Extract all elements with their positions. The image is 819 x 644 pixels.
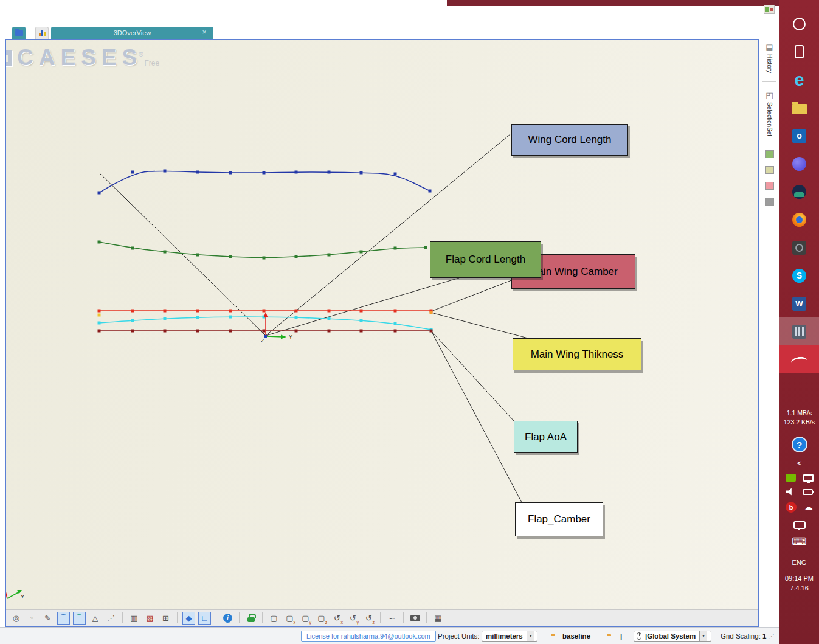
- color-swatch[interactable]: [765, 150, 774, 158]
- view-minus-y-icon[interactable]: ↺-y: [347, 612, 359, 625]
- lock-icon[interactable]: [244, 612, 257, 625]
- sweep-icon[interactable]: ∽: [385, 612, 398, 625]
- flap-line-control-point: [164, 330, 167, 333]
- color-swatch[interactable]: [765, 182, 774, 190]
- info-icon[interactable]: i: [221, 612, 234, 625]
- nvidia-icon[interactable]: [786, 474, 796, 482]
- license-text: License for rahulsharma.94@outlook.com: [306, 632, 430, 640]
- color-swatch[interactable]: [765, 198, 774, 206]
- skype-icon[interactable]: S: [792, 269, 806, 283]
- grid-plus-icon[interactable]: ⊞: [159, 612, 172, 625]
- close-tab-icon[interactable]: [200, 28, 209, 37]
- main-wing-thickness-label[interactable]: Main Wing Thikness: [513, 338, 641, 370]
- purple-app-icon[interactable]: [792, 157, 806, 171]
- grey-app-icon[interactable]: [792, 241, 806, 255]
- power-icon[interactable]: [803, 489, 813, 495]
- chevron-left-icon[interactable]: <: [797, 459, 802, 468]
- view-x-icon[interactable]: ▢x: [283, 612, 296, 625]
- flap-aoa-curve-control-point: [131, 319, 134, 322]
- tab-chart[interactable]: [35, 27, 49, 39]
- main-wing-line-control-point: [164, 310, 167, 313]
- origin-y-arrow: [281, 335, 286, 339]
- word-icon[interactable]: W: [792, 297, 806, 311]
- flap-cord-length-label[interactable]: Flap Cord Length: [430, 241, 541, 278]
- color-swatch[interactable]: [765, 166, 774, 174]
- wing-top-curve-control-point: [229, 171, 232, 175]
- selectionset-label: SelectionSet: [766, 102, 773, 136]
- annotation-tool-icon[interactable]: ▧: [143, 612, 156, 625]
- flap-aoa-curve: [99, 317, 431, 330]
- help-icon[interactable]: ?: [792, 437, 807, 452]
- network-speed: 1.1 MB/s 123.2 KB/s: [784, 409, 815, 427]
- view-z-icon[interactable]: ▢z: [315, 612, 328, 625]
- tab-3doverview[interactable]: 3DOverView: [51, 27, 213, 39]
- caeses-app-icon-slot: [779, 345, 819, 373]
- chevron-down-icon[interactable]: [527, 631, 534, 641]
- viewport-icon[interactable]: ◎: [10, 612, 22, 625]
- control-point: [98, 314, 101, 317]
- flap-line-control-point: [131, 330, 134, 333]
- chat-icon[interactable]: [793, 521, 806, 529]
- volume-icon[interactable]: [786, 488, 795, 496]
- movies-app-icon-slot: [779, 317, 819, 345]
- 3d-viewport[interactable]: CAESES ® Free ZY Wing Cord LengthMain Wi…: [6, 40, 758, 609]
- toolbar-separator: [426, 612, 427, 623]
- svg-text:Y: Y: [21, 594, 24, 600]
- wing-camber-curve-control-point: [229, 255, 232, 258]
- flap-camber-label[interactable]: Flap_Camber: [515, 502, 603, 536]
- caeses-app-icon[interactable]: [791, 351, 807, 368]
- selectionset-tab[interactable]: ◰ SelectionSet: [759, 87, 779, 140]
- wing-cord-length-label[interactable]: Wing Cord Length: [511, 124, 628, 156]
- tab-project[interactable]: [12, 27, 26, 39]
- resize-grip[interactable]: [769, 632, 775, 639]
- flap-line-control-point: [328, 330, 331, 333]
- axes-snap-icon[interactable]: ∟: [198, 612, 211, 625]
- main-wing-line-control-point: [295, 310, 298, 313]
- view-minus-z-icon[interactable]: ↺-z: [362, 612, 375, 625]
- polyline-tool-icon[interactable]: ⋰: [105, 612, 117, 625]
- file-explorer-icon[interactable]: [792, 104, 807, 114]
- units-dropdown[interactable]: millimeters: [482, 631, 537, 642]
- red-app-tray-icon[interactable]: b: [786, 502, 797, 513]
- movies-app-icon[interactable]: [792, 325, 806, 339]
- folder-tab-icon: [15, 30, 23, 36]
- bottom-toolbar: ◎○✎⌒⌒△⋰▥▧⊞◆∟i▢▢x▢y▢z↺-x↺-y↺-z∽▦: [6, 609, 758, 626]
- edge-icon[interactable]: e: [794, 71, 804, 89]
- side-panel-strip: ▤ History ◰ SelectionSet: [759, 39, 779, 627]
- shield-icon[interactable]: ◆: [182, 612, 195, 625]
- origin-y-label: Y: [289, 334, 292, 340]
- outlook-icon[interactable]: o: [792, 129, 806, 143]
- cloud-icon[interactable]: ☁: [804, 502, 813, 513]
- curve-tool-icon[interactable]: ⌒: [57, 612, 70, 625]
- hatch-tool-icon[interactable]: ▥: [128, 612, 140, 625]
- store-icon[interactable]: [793, 18, 806, 30]
- flap-aoa-curve-control-point: [164, 317, 167, 320]
- history-tab[interactable]: ▤ History: [759, 39, 779, 77]
- curve-edit-tool-icon[interactable]: ⌒: [73, 612, 86, 625]
- display-icon[interactable]: [803, 474, 814, 482]
- firefox-icon[interactable]: [792, 213, 806, 227]
- point-tool-icon[interactable]: ○: [26, 612, 38, 625]
- taskbar-clock[interactable]: 09:14 PM 7.4.16: [785, 573, 814, 593]
- pen-tool-icon[interactable]: ✎: [41, 612, 54, 625]
- grid-toggle-icon[interactable]: ▦: [432, 612, 444, 625]
- view-minus-x-icon[interactable]: ↺-x: [331, 612, 344, 625]
- coordinate-system-dropdown[interactable]: |Global System: [634, 631, 711, 642]
- device-icon[interactable]: [795, 45, 804, 58]
- surface-tool-icon[interactable]: △: [89, 612, 102, 625]
- flap-line-control-point: [295, 330, 298, 333]
- license-info[interactable]: License for rahulsharma.94@outlook.com: [301, 631, 436, 642]
- keyboard-icon[interactable]: ⌨: [792, 535, 807, 548]
- photos-icon[interactable]: [792, 185, 806, 199]
- flap-aoa-label[interactable]: Flap AoA: [514, 421, 578, 453]
- wing-top-curve-control-point: [295, 171, 298, 174]
- origin-z-label: Z: [261, 338, 264, 344]
- language-indicator[interactable]: ENG: [792, 559, 807, 566]
- leader-line: [431, 280, 511, 311]
- chevron-down-icon[interactable]: [699, 631, 707, 641]
- flap-aoa-curve-control-point: [328, 317, 331, 320]
- tray-image-icon[interactable]: [764, 5, 775, 14]
- view-box-icon[interactable]: ▢: [268, 612, 280, 625]
- view-y-icon[interactable]: ▢y: [299, 612, 312, 625]
- snapshot-icon[interactable]: [409, 612, 421, 625]
